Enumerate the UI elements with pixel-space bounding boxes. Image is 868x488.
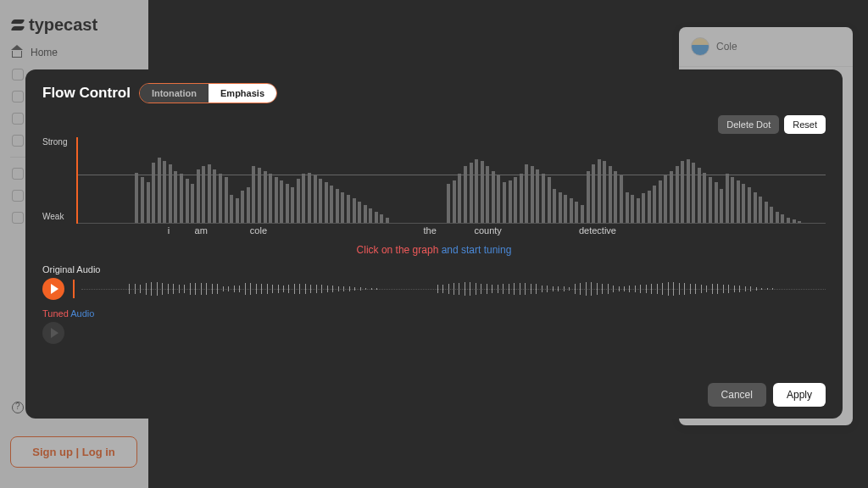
word-i: i (168, 225, 170, 236)
modal-title: Flow Control (42, 85, 131, 102)
tuned-label-2: Audio (69, 308, 95, 319)
tuned-audio-row (42, 322, 826, 344)
delete-dot-button[interactable]: Delete Dot (718, 115, 779, 134)
y-axis-weak: Weak (42, 212, 64, 221)
y-axis-strong: Strong (42, 137, 67, 147)
hint-text: Click on the graph and start tuning (42, 244, 826, 256)
reset-button[interactable]: Reset (784, 115, 826, 134)
word-labels-row: iamcolethecountydetective (78, 225, 826, 237)
cancel-button[interactable]: Cancel (708, 383, 766, 407)
word-detective: detective (579, 225, 616, 236)
word-the: the (423, 225, 436, 236)
tuned-label-1: Tuned (42, 308, 69, 319)
word-am: am (195, 225, 208, 236)
modal-footer: Cancel Apply (42, 374, 826, 407)
hint-part1: Click on the graph (357, 244, 439, 256)
apply-button[interactable]: Apply (773, 383, 826, 407)
chart-actions: Delete Dot Reset (42, 115, 826, 134)
play-original-button[interactable] (42, 278, 64, 300)
flow-control-modal: Flow Control Intonation Emphasis Delete … (25, 69, 843, 419)
original-audio-label: Original Audio (42, 264, 826, 274)
emphasis-bars (102, 137, 826, 223)
modal-overlay: Flow Control Intonation Emphasis Delete … (0, 0, 868, 488)
tuned-audio-label: Tuned Audio (42, 308, 826, 319)
word-county: county (474, 225, 501, 236)
play-tuned-button[interactable] (42, 322, 64, 344)
original-audio-section: Original Audio (42, 264, 826, 300)
tab-intonation[interactable]: Intonation (140, 84, 209, 103)
tab-emphasis[interactable]: Emphasis (209, 84, 276, 103)
original-audio-row (42, 278, 826, 300)
hint-part2: and start tuning (438, 244, 511, 256)
tuned-audio-section: Tuned Audio (42, 308, 826, 344)
original-waveform[interactable] (81, 280, 826, 298)
word-cole: cole (250, 225, 267, 236)
tab-group: Intonation Emphasis (139, 83, 277, 103)
original-playhead[interactable] (73, 280, 75, 298)
modal-header: Flow Control Intonation Emphasis (42, 83, 826, 103)
emphasis-chart[interactable]: Strong Weak iamcolethecountydetective (42, 137, 826, 237)
chart-area[interactable] (78, 137, 826, 224)
